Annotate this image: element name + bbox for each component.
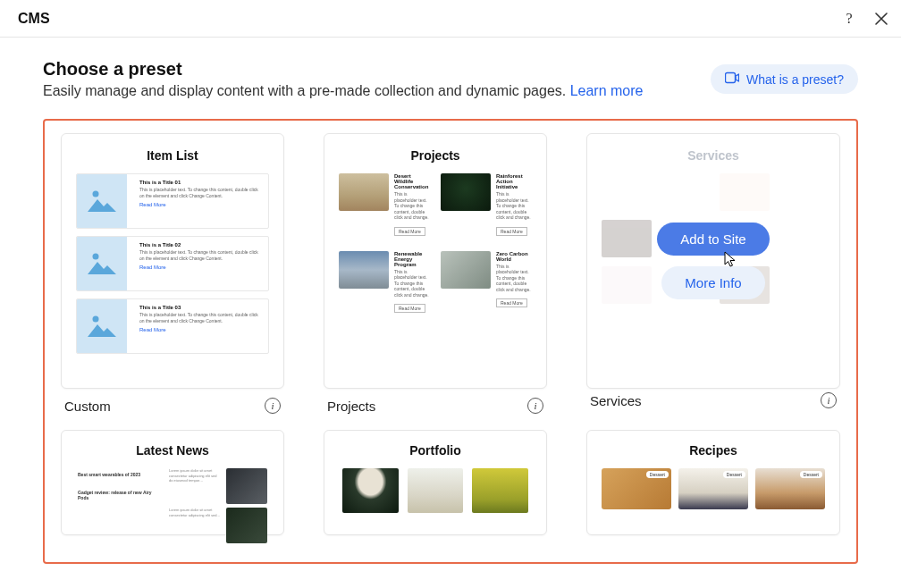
project-item: Desert Wildlife Conservation This is pla… [339, 173, 430, 237]
close-icon[interactable] [872, 10, 890, 28]
info-icon[interactable]: i [821, 392, 837, 408]
preset-card-portfolio[interactable]: Portfolio [324, 430, 547, 535]
preset-custom: Item List This is a Title 01 This is pla… [61, 133, 284, 416]
more-info-button[interactable]: More Info [661, 266, 764, 299]
info-icon[interactable]: i [265, 398, 281, 414]
svg-rect-0 [726, 73, 736, 83]
portfolio-row [333, 468, 537, 513]
card-title: Latest News [136, 443, 209, 458]
add-to-site-button[interactable]: Add to Site [657, 223, 769, 256]
help-icon[interactable]: ? [840, 10, 858, 28]
card-title: Projects [410, 148, 459, 163]
preset-label: Custom [64, 399, 111, 414]
project-thumb [339, 173, 389, 211]
recipe-thumb: Dessert [602, 468, 671, 509]
item-list-rows: This is a Title 01 This is placeholder t… [71, 173, 274, 354]
heading-text-block: Choose a preset Easily manage and displa… [43, 59, 644, 99]
list-item: This is a Title 02 This is placeholder t… [76, 236, 269, 291]
card-title: Recipes [689, 443, 737, 458]
projects-grid: Desert Wildlife Conservation This is pla… [333, 173, 537, 314]
preset-gallery-frame: Item List This is a Title 01 This is pla… [43, 119, 858, 564]
preset-gallery: Item List This is a Title 01 This is pla… [61, 133, 840, 535]
recipe-thumb: Dessert [755, 468, 825, 509]
project-item: Renewable Energy Program This is placeho… [339, 251, 430, 315]
title-bar-actions: ? [840, 10, 890, 28]
news-columns: Best smart wearables of 2023 Gadget revi… [71, 468, 274, 504]
recipe-thumb: Dessert [678, 468, 748, 509]
list-item: This is a Title 01 This is placeholder t… [76, 173, 269, 229]
preset-services: Services Add to Site [586, 133, 840, 416]
svg-point-2 [93, 254, 99, 260]
preset-label-row: Services i [586, 392, 840, 410]
svg-point-3 [93, 316, 99, 323]
portfolio-thumb [408, 468, 464, 513]
heading-row: Choose a preset Easily manage and displa… [43, 59, 858, 99]
preset-card-custom[interactable]: Item List This is a Title 01 This is pla… [61, 133, 284, 389]
app-title: CMS [18, 11, 50, 27]
news-thumb [226, 468, 267, 504]
project-item: Rainforest Action Initiative This is pla… [441, 173, 532, 237]
preset-latest-news: Latest News Best smart wearables of 2023… [61, 430, 284, 535]
preset-card-latest-news[interactable]: Latest News Best smart wearables of 2023… [61, 430, 284, 535]
portfolio-thumb [472, 468, 528, 513]
preset-card-recipes[interactable]: Recipes Dessert Dessert Dessert [586, 430, 840, 535]
preset-label-row: Projects i [324, 398, 547, 416]
project-thumb [441, 251, 491, 289]
image-placeholder-icon [77, 174, 127, 228]
learn-more-link[interactable]: Learn more [570, 83, 644, 98]
preset-video-icon [725, 71, 739, 87]
preset-card-projects[interactable]: Projects Desert Wildlife Conservation Th… [324, 133, 547, 389]
title-bar: CMS ? [0, 0, 901, 38]
news-thumb [226, 508, 267, 543]
svg-point-1 [93, 191, 99, 197]
preset-label-row: Custom i [61, 398, 284, 416]
card-title: Item List [147, 148, 198, 163]
image-placeholder-icon [77, 299, 127, 353]
project-thumb [441, 173, 491, 211]
project-item: Zero Carbon World This is placeholder te… [441, 251, 532, 315]
preset-recipes: Recipes Dessert Dessert Dessert [586, 430, 840, 535]
preset-label: Services [590, 393, 642, 408]
preset-portfolio: Portfolio [324, 430, 547, 535]
card-title: Portfolio [409, 443, 461, 458]
portfolio-thumb [342, 468, 399, 513]
preset-card-services[interactable]: Services Add to Site [586, 133, 840, 389]
cursor-icon [722, 251, 738, 269]
content-area: Choose a preset Easily manage and displa… [0, 38, 901, 564]
page-subtitle: Easily manage and display content with a… [43, 83, 644, 99]
page-title: Choose a preset [43, 59, 644, 80]
what-is-preset-button[interactable]: What is a preset? [711, 64, 858, 94]
image-placeholder-icon [77, 237, 127, 290]
preset-hover-overlay: Add to Site More Info [587, 134, 839, 388]
preset-projects: Projects Desert Wildlife Conservation Th… [324, 133, 547, 416]
preset-label: Projects [327, 399, 375, 414]
list-item: This is a Title 03 This is placeholder t… [76, 298, 269, 354]
info-icon[interactable]: i [527, 398, 543, 414]
project-thumb [339, 251, 389, 289]
recipes-row: Dessert Dessert Dessert [596, 468, 830, 509]
